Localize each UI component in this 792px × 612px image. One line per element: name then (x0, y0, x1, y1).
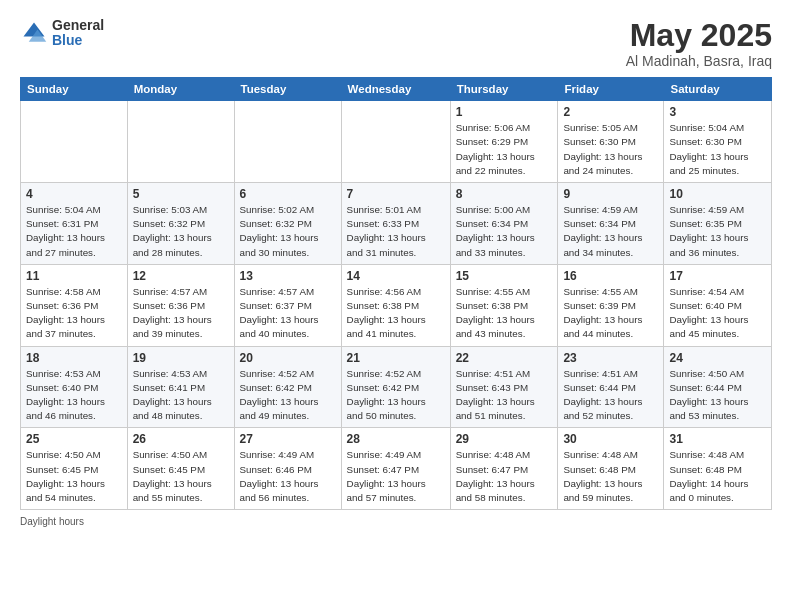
calendar-cell: 23Sunrise: 4:51 AM Sunset: 6:44 PM Dayli… (558, 346, 664, 428)
day-info: Sunrise: 5:00 AM Sunset: 6:34 PM Dayligh… (456, 203, 553, 260)
day-number: 4 (26, 187, 122, 201)
day-info: Sunrise: 4:51 AM Sunset: 6:44 PM Dayligh… (563, 367, 658, 424)
day-number: 13 (240, 269, 336, 283)
calendar-cell: 27Sunrise: 4:49 AM Sunset: 6:46 PM Dayli… (234, 428, 341, 510)
calendar-cell: 4Sunrise: 5:04 AM Sunset: 6:31 PM Daylig… (21, 183, 128, 265)
day-info: Sunrise: 4:59 AM Sunset: 6:34 PM Dayligh… (563, 203, 658, 260)
calendar-cell: 7Sunrise: 5:01 AM Sunset: 6:33 PM Daylig… (341, 183, 450, 265)
day-number: 19 (133, 351, 229, 365)
calendar-cell: 22Sunrise: 4:51 AM Sunset: 6:43 PM Dayli… (450, 346, 558, 428)
day-info: Sunrise: 4:55 AM Sunset: 6:38 PM Dayligh… (456, 285, 553, 342)
day-info: Sunrise: 5:03 AM Sunset: 6:32 PM Dayligh… (133, 203, 229, 260)
calendar-week-row: 1Sunrise: 5:06 AM Sunset: 6:29 PM Daylig… (21, 101, 772, 183)
calendar-cell: 19Sunrise: 4:53 AM Sunset: 6:41 PM Dayli… (127, 346, 234, 428)
calendar-cell (21, 101, 128, 183)
day-number: 25 (26, 432, 122, 446)
day-info: Sunrise: 4:50 AM Sunset: 6:45 PM Dayligh… (26, 448, 122, 505)
calendar-cell (234, 101, 341, 183)
calendar-cell: 2Sunrise: 5:05 AM Sunset: 6:30 PM Daylig… (558, 101, 664, 183)
day-info: Sunrise: 5:06 AM Sunset: 6:29 PM Dayligh… (456, 121, 553, 178)
calendar-week-row: 11Sunrise: 4:58 AM Sunset: 6:36 PM Dayli… (21, 264, 772, 346)
calendar-cell: 1Sunrise: 5:06 AM Sunset: 6:29 PM Daylig… (450, 101, 558, 183)
day-number: 2 (563, 105, 658, 119)
day-info: Sunrise: 4:57 AM Sunset: 6:37 PM Dayligh… (240, 285, 336, 342)
day-number: 6 (240, 187, 336, 201)
day-number: 3 (669, 105, 766, 119)
day-number: 15 (456, 269, 553, 283)
day-info: Sunrise: 4:50 AM Sunset: 6:45 PM Dayligh… (133, 448, 229, 505)
day-info: Sunrise: 4:58 AM Sunset: 6:36 PM Dayligh… (26, 285, 122, 342)
weekday-header: Monday (127, 78, 234, 101)
calendar-cell: 24Sunrise: 4:50 AM Sunset: 6:44 PM Dayli… (664, 346, 772, 428)
logo-blue-text: Blue (52, 33, 104, 48)
calendar-cell: 20Sunrise: 4:52 AM Sunset: 6:42 PM Dayli… (234, 346, 341, 428)
calendar-week-row: 25Sunrise: 4:50 AM Sunset: 6:45 PM Dayli… (21, 428, 772, 510)
day-info: Sunrise: 4:52 AM Sunset: 6:42 PM Dayligh… (347, 367, 445, 424)
day-number: 28 (347, 432, 445, 446)
calendar-cell: 17Sunrise: 4:54 AM Sunset: 6:40 PM Dayli… (664, 264, 772, 346)
day-number: 24 (669, 351, 766, 365)
calendar-cell: 8Sunrise: 5:00 AM Sunset: 6:34 PM Daylig… (450, 183, 558, 265)
header: General Blue May 2025 Al Madinah, Basra,… (20, 18, 772, 69)
day-number: 8 (456, 187, 553, 201)
day-info: Sunrise: 5:04 AM Sunset: 6:30 PM Dayligh… (669, 121, 766, 178)
weekday-header: Saturday (664, 78, 772, 101)
weekday-header: Sunday (21, 78, 128, 101)
calendar-cell: 9Sunrise: 4:59 AM Sunset: 6:34 PM Daylig… (558, 183, 664, 265)
calendar-cell: 29Sunrise: 4:48 AM Sunset: 6:47 PM Dayli… (450, 428, 558, 510)
day-number: 23 (563, 351, 658, 365)
calendar-cell: 5Sunrise: 5:03 AM Sunset: 6:32 PM Daylig… (127, 183, 234, 265)
day-number: 21 (347, 351, 445, 365)
calendar-cell: 21Sunrise: 4:52 AM Sunset: 6:42 PM Dayli… (341, 346, 450, 428)
day-number: 29 (456, 432, 553, 446)
calendar-cell (127, 101, 234, 183)
day-number: 10 (669, 187, 766, 201)
day-info: Sunrise: 5:02 AM Sunset: 6:32 PM Dayligh… (240, 203, 336, 260)
calendar-cell: 11Sunrise: 4:58 AM Sunset: 6:36 PM Dayli… (21, 264, 128, 346)
day-number: 7 (347, 187, 445, 201)
day-info: Sunrise: 4:53 AM Sunset: 6:40 PM Dayligh… (26, 367, 122, 424)
day-info: Sunrise: 4:53 AM Sunset: 6:41 PM Dayligh… (133, 367, 229, 424)
day-info: Sunrise: 5:01 AM Sunset: 6:33 PM Dayligh… (347, 203, 445, 260)
day-info: Sunrise: 4:59 AM Sunset: 6:35 PM Dayligh… (669, 203, 766, 260)
day-number: 26 (133, 432, 229, 446)
calendar-cell: 13Sunrise: 4:57 AM Sunset: 6:37 PM Dayli… (234, 264, 341, 346)
calendar-cell: 28Sunrise: 4:49 AM Sunset: 6:47 PM Dayli… (341, 428, 450, 510)
calendar-cell: 18Sunrise: 4:53 AM Sunset: 6:40 PM Dayli… (21, 346, 128, 428)
day-info: Sunrise: 4:57 AM Sunset: 6:36 PM Dayligh… (133, 285, 229, 342)
calendar-cell: 14Sunrise: 4:56 AM Sunset: 6:38 PM Dayli… (341, 264, 450, 346)
day-number: 12 (133, 269, 229, 283)
footer: Daylight hours (20, 516, 772, 527)
day-number: 17 (669, 269, 766, 283)
day-number: 30 (563, 432, 658, 446)
day-number: 9 (563, 187, 658, 201)
calendar-week-row: 18Sunrise: 4:53 AM Sunset: 6:40 PM Dayli… (21, 346, 772, 428)
logo: General Blue (20, 18, 104, 49)
header-row: SundayMondayTuesdayWednesdayThursdayFrid… (21, 78, 772, 101)
calendar-cell: 25Sunrise: 4:50 AM Sunset: 6:45 PM Dayli… (21, 428, 128, 510)
day-number: 1 (456, 105, 553, 119)
calendar-week-row: 4Sunrise: 5:04 AM Sunset: 6:31 PM Daylig… (21, 183, 772, 265)
daylight-label: Daylight hours (20, 516, 84, 527)
day-info: Sunrise: 4:56 AM Sunset: 6:38 PM Dayligh… (347, 285, 445, 342)
calendar-cell: 3Sunrise: 5:04 AM Sunset: 6:30 PM Daylig… (664, 101, 772, 183)
logo-general-text: General (52, 18, 104, 33)
logo-icon (20, 19, 48, 47)
day-number: 27 (240, 432, 336, 446)
day-info: Sunrise: 4:51 AM Sunset: 6:43 PM Dayligh… (456, 367, 553, 424)
calendar-cell: 16Sunrise: 4:55 AM Sunset: 6:39 PM Dayli… (558, 264, 664, 346)
calendar-cell: 6Sunrise: 5:02 AM Sunset: 6:32 PM Daylig… (234, 183, 341, 265)
day-info: Sunrise: 4:48 AM Sunset: 6:47 PM Dayligh… (456, 448, 553, 505)
calendar-cell: 26Sunrise: 4:50 AM Sunset: 6:45 PM Dayli… (127, 428, 234, 510)
day-number: 14 (347, 269, 445, 283)
calendar-cell (341, 101, 450, 183)
calendar-cell: 15Sunrise: 4:55 AM Sunset: 6:38 PM Dayli… (450, 264, 558, 346)
calendar-table: SundayMondayTuesdayWednesdayThursdayFrid… (20, 77, 772, 510)
day-info: Sunrise: 4:52 AM Sunset: 6:42 PM Dayligh… (240, 367, 336, 424)
main-title: May 2025 (626, 18, 772, 53)
page: General Blue May 2025 Al Madinah, Basra,… (0, 0, 792, 612)
day-number: 31 (669, 432, 766, 446)
weekday-header: Tuesday (234, 78, 341, 101)
calendar-cell: 30Sunrise: 4:48 AM Sunset: 6:48 PM Dayli… (558, 428, 664, 510)
day-info: Sunrise: 4:48 AM Sunset: 6:48 PM Dayligh… (563, 448, 658, 505)
